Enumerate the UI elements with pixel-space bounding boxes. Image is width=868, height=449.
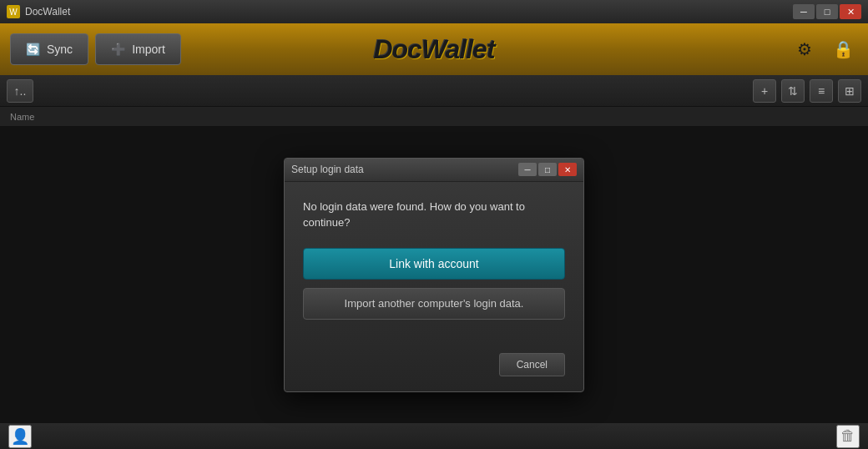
main-toolbar: 🔄 Sync ➕ Import DocWallet ⚙ 🔒 — [0, 23, 868, 75]
dialog-message: No login data were found. How do you wan… — [303, 199, 565, 231]
title-bar-left: W DocWallet — [7, 5, 70, 18]
sync-label: Sync — [47, 43, 73, 56]
cancel-button[interactable]: Cancel — [499, 353, 565, 376]
settings-icon: ⚙ — [797, 39, 812, 59]
app-title: DocWallet — [25, 6, 70, 18]
dialog-close-button[interactable]: ✕ — [558, 163, 577, 176]
import-icon: ➕ — [111, 43, 125, 56]
add-item-button[interactable]: + — [753, 79, 776, 103]
column-headers: Name — [0, 107, 868, 127]
lock-button[interactable]: 🔒 — [828, 34, 858, 64]
dialog-title: Setup login data — [291, 164, 364, 175]
trash-icon-button[interactable]: 🗑 — [836, 425, 860, 448]
dialog-minimize-button[interactable]: ─ — [518, 163, 537, 176]
column-name-header: Name — [10, 112, 34, 122]
dialog-footer: Cancel — [285, 353, 583, 391]
import-button[interactable]: ➕ Import — [95, 33, 181, 65]
import-label: Import — [132, 43, 165, 56]
toolbar-right: ⚙ 🔒 — [790, 34, 858, 64]
link-with-account-button[interactable]: Link with account — [303, 248, 565, 280]
dialog-titlebar: Setup login data ─ □ ✕ — [285, 159, 583, 182]
list-view-button[interactable]: ≡ — [810, 79, 833, 103]
minimize-button[interactable]: ─ — [793, 4, 815, 19]
second-toolbar: ↑.. + ⇅ ≡ ⊞ — [0, 75, 868, 107]
dialog-controls: ─ □ ✕ — [518, 163, 577, 176]
close-button[interactable]: ✕ — [840, 4, 861, 19]
setup-login-dialog: Setup login data ─ □ ✕ No login data wer… — [284, 158, 584, 392]
dialog-maximize-button[interactable]: □ — [538, 163, 557, 176]
main-content: Setup login data ─ □ ✕ No login data wer… — [0, 127, 868, 422]
maximize-button[interactable]: □ — [816, 4, 838, 19]
dialog-body: No login data were found. How do you wan… — [285, 182, 583, 353]
user-icon: 👤 — [11, 427, 29, 446]
import-login-data-button[interactable]: Import another computer's login data. — [303, 288, 565, 320]
settings-button[interactable]: ⚙ — [790, 34, 820, 64]
dialog-actions: Link with account Import another compute… — [303, 248, 565, 320]
logo-text: DocWallet — [373, 34, 494, 64]
second-toolbar-right: + ⇅ ≡ ⊞ — [753, 79, 861, 103]
navigate-up-button[interactable]: ↑.. — [7, 79, 33, 103]
title-bar-controls: ─ □ ✕ — [793, 4, 861, 19]
grid-view-button[interactable]: ⊞ — [838, 79, 861, 103]
lock-icon: 🔒 — [833, 39, 854, 59]
app-logo: DocWallet — [373, 34, 494, 65]
bottom-bar: 👤 🗑 — [0, 422, 868, 449]
sync-button[interactable]: 🔄 Sync — [10, 33, 88, 65]
trash-icon: 🗑 — [840, 427, 855, 445]
user-icon-button[interactable]: 👤 — [8, 425, 32, 448]
sort-button[interactable]: ⇅ — [781, 79, 805, 103]
title-bar: W DocWallet ─ □ ✕ — [0, 0, 868, 23]
second-toolbar-left: ↑.. — [7, 79, 33, 103]
app-icon: W — [7, 5, 20, 18]
sync-icon: 🔄 — [26, 43, 40, 56]
modal-overlay: Setup login data ─ □ ✕ No login data wer… — [0, 127, 868, 422]
